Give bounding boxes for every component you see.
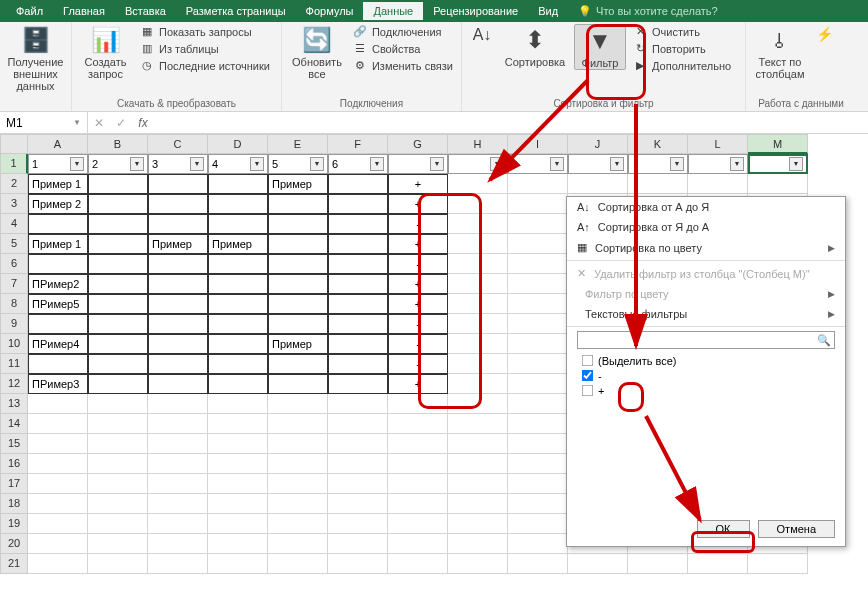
recent-sources-button[interactable]: ◷Последние источники (137, 58, 272, 73)
cell[interactable] (448, 514, 508, 534)
cell[interactable] (148, 374, 208, 394)
cell[interactable] (88, 534, 148, 554)
edit-links-button[interactable]: ⚙Изменить связи (350, 58, 455, 73)
cell[interactable] (88, 314, 148, 334)
cell[interactable] (208, 414, 268, 434)
column-header-H[interactable]: H (448, 134, 508, 154)
cancel-button[interactable]: Отмена (758, 520, 835, 538)
cell[interactable] (28, 414, 88, 434)
cell[interactable] (508, 214, 568, 234)
cell[interactable] (148, 474, 208, 494)
cell[interactable] (328, 554, 388, 574)
filter-cell[interactable]: 5 ▼ (268, 154, 328, 174)
tab-data[interactable]: Данные (363, 2, 423, 20)
cell[interactable] (508, 534, 568, 554)
cell[interactable] (388, 394, 448, 414)
cell[interactable] (88, 334, 148, 354)
cell[interactable] (208, 434, 268, 454)
cell[interactable] (328, 194, 388, 214)
tab-formulas[interactable]: Формулы (296, 2, 364, 20)
cell[interactable] (88, 454, 148, 474)
cell[interactable] (28, 494, 88, 514)
cell[interactable]: + (388, 294, 448, 314)
cell[interactable]: - (388, 314, 448, 334)
cell[interactable] (448, 534, 508, 554)
column-header-E[interactable]: E (268, 134, 328, 154)
cell[interactable] (88, 194, 148, 214)
row-header-12[interactable]: 12 (0, 374, 28, 394)
cell[interactable] (508, 514, 568, 534)
cell[interactable] (328, 534, 388, 554)
cell[interactable] (148, 214, 208, 234)
cell[interactable] (148, 494, 208, 514)
tab-insert[interactable]: Вставка (115, 2, 176, 20)
cell[interactable] (328, 394, 388, 414)
cell[interactable] (208, 514, 268, 534)
cell[interactable] (268, 274, 328, 294)
cell[interactable] (88, 374, 148, 394)
cell[interactable]: Пример 1 (28, 234, 88, 254)
cell[interactable] (208, 174, 268, 194)
column-header-A[interactable]: A (28, 134, 88, 154)
row-header-18[interactable]: 18 (0, 494, 28, 514)
cell[interactable] (328, 454, 388, 474)
cell[interactable] (208, 194, 268, 214)
cell[interactable] (88, 254, 148, 274)
row-header-5[interactable]: 5 (0, 234, 28, 254)
cell[interactable] (88, 174, 148, 194)
cell[interactable] (208, 254, 268, 274)
cell[interactable] (388, 494, 448, 514)
cell[interactable]: Пример (148, 234, 208, 254)
cell[interactable] (148, 534, 208, 554)
cell[interactable] (748, 554, 808, 574)
cell[interactable] (448, 474, 508, 494)
cell[interactable] (328, 234, 388, 254)
row-header-1[interactable]: 1 (0, 154, 28, 174)
row-header-6[interactable]: 6 (0, 254, 28, 274)
row-header-11[interactable]: 11 (0, 354, 28, 374)
cell[interactable]: + (388, 274, 448, 294)
show-queries-button[interactable]: ▦Показать запросы (137, 24, 272, 39)
row-header-15[interactable]: 15 (0, 434, 28, 454)
filter-cell[interactable]: ▼ (568, 154, 628, 174)
cell[interactable] (688, 554, 748, 574)
cell[interactable] (508, 474, 568, 494)
cell[interactable] (148, 434, 208, 454)
cell[interactable] (688, 174, 748, 194)
filter-dropdown-icon[interactable]: ▼ (70, 157, 84, 171)
filter-cell[interactable]: ▼ (508, 154, 568, 174)
cell[interactable] (88, 514, 148, 534)
cell[interactable] (28, 394, 88, 414)
cell[interactable] (28, 314, 88, 334)
cell[interactable] (208, 534, 268, 554)
cell[interactable] (448, 174, 508, 194)
cell[interactable] (328, 254, 388, 274)
filter-cell[interactable]: 1 ▼ (28, 154, 88, 174)
cell[interactable] (88, 474, 148, 494)
filter-dropdown-icon[interactable]: ▼ (310, 157, 324, 171)
cell[interactable] (508, 314, 568, 334)
cell[interactable]: Пример (208, 234, 268, 254)
row-header-21[interactable]: 21 (0, 554, 28, 574)
cell[interactable]: Пример 2 (28, 194, 88, 214)
filter-dropdown-icon[interactable]: ▼ (490, 157, 504, 171)
filter-dropdown-icon[interactable]: ▼ (550, 157, 564, 171)
column-header-C[interactable]: C (148, 134, 208, 154)
cell[interactable] (28, 454, 88, 474)
cell[interactable] (328, 174, 388, 194)
cell[interactable] (148, 354, 208, 374)
cell[interactable] (508, 254, 568, 274)
filter-dropdown-icon[interactable]: ▼ (610, 157, 624, 171)
cell[interactable] (268, 534, 328, 554)
connections-button[interactable]: 🔗Подключения (350, 24, 455, 39)
cell[interactable] (88, 354, 148, 374)
filter-dropdown-icon[interactable]: ▼ (250, 157, 264, 171)
row-header-9[interactable]: 9 (0, 314, 28, 334)
cell[interactable] (508, 434, 568, 454)
cell[interactable] (508, 334, 568, 354)
cell[interactable] (328, 334, 388, 354)
cell[interactable] (148, 274, 208, 294)
cell[interactable] (448, 334, 508, 354)
sort-descending-item[interactable]: A↑Сортировка от Я до А (567, 217, 845, 237)
cell[interactable] (448, 374, 508, 394)
